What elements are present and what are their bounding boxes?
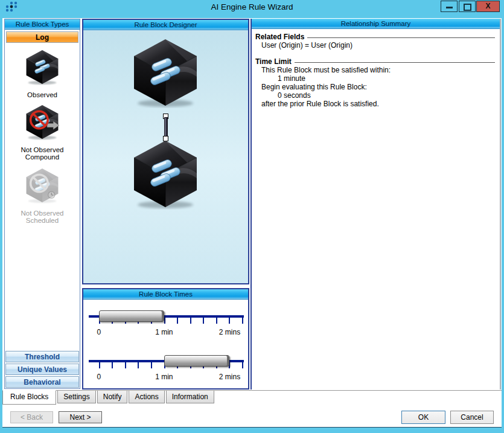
slider-label-2mins: 2 mins [219, 328, 240, 336]
slider-tick [138, 361, 139, 368]
tab-information[interactable]: Information [166, 391, 214, 403]
evaluation-delay-slider-bar[interactable] [164, 355, 230, 367]
close-icon: X [485, 2, 490, 10]
evaluation-delay-slider: 0 1 min 2 mins [86, 350, 246, 388]
time-limit-slider: 0 1 min 2 mins [86, 305, 246, 344]
related-fields-section: Related Fields User (Origin) = User (Ori… [255, 33, 495, 50]
slider-tick [177, 316, 178, 324]
behavioral-category-button[interactable]: Behavioral [5, 376, 79, 388]
slider-tick [99, 361, 100, 368]
slider-tick [125, 361, 126, 368]
tab-rule-blocks[interactable]: Rule Blocks [2, 390, 56, 405]
section-divider [295, 62, 495, 63]
category-button-stack: Threshold Unique Values Behavioral [5, 350, 79, 388]
minimize-icon [446, 7, 453, 8]
maximize-icon [464, 4, 471, 11]
slider-tick [151, 361, 152, 368]
slider-tick [216, 316, 217, 324]
slider-tick [190, 316, 191, 324]
evaluation-suffix-line: after the prior Rule Block is satisfied. [255, 100, 495, 108]
palette-item-not-observed-compound[interactable]: Not Observed Compound [5, 104, 80, 161]
slider-tick [229, 316, 230, 324]
connector-bar [164, 117, 168, 138]
not-observed-compound-icon [23, 104, 62, 140]
slider-label-1min: 1 min [155, 373, 173, 381]
rule-block-1-cube[interactable] [129, 37, 202, 108]
back-button[interactable]: < Back [10, 411, 53, 423]
unique-values-category-button[interactable]: Unique Values [5, 364, 79, 375]
section-divider [307, 37, 495, 38]
palette-label: Observed [27, 91, 57, 98]
slider-label-1min: 1 min [155, 328, 173, 336]
time-limit-line: This Rule Block must be satisfied within… [255, 66, 495, 74]
rule-block-times-header: Rule Block Times [83, 289, 248, 300]
tab-notify[interactable]: Notify [97, 391, 128, 403]
rule-block-times-panel: Rule Block Times 0 1 min 2 mins 0 1 min … [82, 288, 249, 390]
evaluation-value: 0 seconds [255, 92, 495, 100]
slider-label-2mins: 2 mins [219, 373, 240, 381]
not-observed-scheduled-icon [23, 167, 62, 204]
logrhythm-logo-icon [4, 1, 19, 14]
section-title: Time Limit [255, 57, 292, 66]
slider-tick [242, 316, 243, 324]
close-button[interactable]: X [476, 1, 500, 12]
rule-block-connector[interactable] [162, 114, 170, 141]
rule-block-designer-header: Rule Block Designer [83, 20, 248, 30]
log-category-button[interactable]: Log [6, 31, 78, 43]
time-limit-value: 1 minute [255, 75, 495, 83]
ok-button[interactable]: OK [401, 411, 445, 424]
relationship-summary-panel: Relationship Summary Related Fields User… [250, 19, 501, 390]
window-title: AI Engine Rule Wizard [0, 0, 504, 14]
rule-block-types-header: Rule Block Types [5, 19, 80, 30]
palette-label: Scheduled [26, 217, 59, 224]
next-button[interactable]: Next > [59, 411, 102, 423]
related-fields-value: User (Origin) = User (Origin) [255, 42, 495, 50]
slider-label-0: 0 [97, 328, 101, 336]
maximize-button[interactable] [459, 1, 476, 12]
palette-item-observed[interactable]: Observed [5, 49, 80, 99]
rule-block-types-panel: Rule Block Types Log Observed Not Observ… [4, 19, 80, 389]
palette-label: Compound [25, 153, 59, 161]
time-limit-section: Time Limit This Rule Block must be satis… [255, 57, 495, 108]
slider-tick [112, 361, 113, 368]
slider-tick [203, 316, 204, 324]
slider-label-0: 0 [97, 373, 101, 381]
time-limit-slider-bar[interactable] [99, 310, 164, 322]
cancel-button[interactable]: Cancel [450, 411, 494, 424]
relationship-summary-header: Relationship Summary [252, 19, 500, 29]
palette-label: Not Observed [21, 146, 64, 153]
section-title: Related Fields [255, 33, 304, 41]
evaluation-line: Begin evaluating this Rule Block: [255, 83, 495, 91]
palette-label: Not Observed [21, 210, 64, 217]
slider-tick [242, 361, 243, 368]
ai-engine-rule-wizard-window: AI Engine Rule Wizard X Rule Block Types… [0, 0, 504, 433]
minimize-button[interactable] [441, 1, 458, 12]
wizard-tabs: Rule Blocks Settings Notify Actions Info… [2, 391, 215, 405]
tab-settings[interactable]: Settings [57, 391, 95, 403]
rule-block-designer-panel: Rule Block Designer [82, 19, 249, 284]
threshold-category-button[interactable]: Threshold [5, 351, 79, 362]
slider-tick [164, 316, 165, 324]
observed-cube-icon [23, 49, 62, 85]
title-bar: AI Engine Rule Wizard X [0, 0, 504, 14]
tab-actions[interactable]: Actions [129, 391, 164, 403]
rule-block-2-cube[interactable] [129, 138, 202, 210]
palette-item-not-observed-scheduled[interactable]: Not Observed Scheduled [5, 167, 80, 225]
